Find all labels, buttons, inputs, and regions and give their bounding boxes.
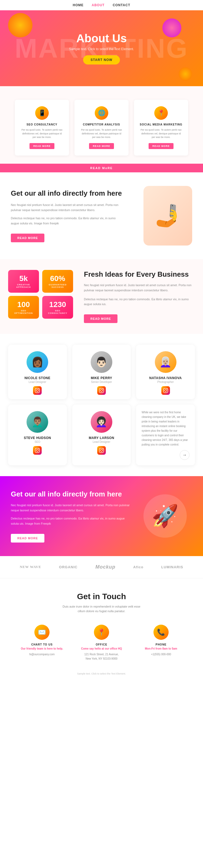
instagram-icon-steve[interactable] bbox=[33, 446, 42, 455]
fresh-title: Fresh Ideas for Every Business bbox=[84, 270, 195, 279]
fresh-text-block: Fresh Ideas for Every Business Nec feugi… bbox=[81, 270, 195, 323]
social-read-more[interactable]: READ MORE bbox=[148, 143, 173, 149]
office-link[interactable]: Come say hello at our office HQ bbox=[74, 647, 129, 650]
team-name-mary: MARY LARSON bbox=[77, 436, 127, 440]
team-grid-row2: 👨🏽‍🦱 STEVE HUDSON SEO 👩🏻‍🦱 MARY LARSON L… bbox=[8, 405, 195, 465]
avatar-mike: 👨🏻 bbox=[91, 351, 112, 373]
gradient-para2: Delectus recteque has ne, no pro tation … bbox=[11, 516, 130, 526]
stat-guaranteed: 60% GUARANTEED SUCCESS bbox=[42, 270, 73, 293]
team-role-mary: Lead Designer bbox=[77, 440, 127, 443]
instagram-icon-mary[interactable] bbox=[97, 446, 106, 455]
service-card-social: 📍 SOCIAL MEDIA MARKETING Per ea quod ius… bbox=[134, 100, 188, 156]
contact-card-chat: ✉️ CHART TO US Our friendly team is here… bbox=[15, 625, 69, 661]
service-card-competitor: 🌐 COMPETITOR ANALYSIS Per ea quod iusto.… bbox=[74, 100, 129, 156]
seo-icon: 📱 bbox=[35, 106, 49, 120]
read-more-bar[interactable]: READ MoRE bbox=[0, 164, 203, 173]
gradient-section: Get our all info directly from here Nec … bbox=[0, 476, 203, 556]
navigation: HOME ABOUT CONTACT bbox=[0, 0, 203, 10]
team-section: 👩🏾 NICOLE STONE Lead Designer 👨🏻 MIKE PE… bbox=[0, 334, 203, 476]
team-name-steve: STEVE HUDSON bbox=[12, 436, 63, 440]
phone-icon: 📞 bbox=[154, 625, 169, 640]
team-card-natasha: 👩🏼‍🦳 NATASHA IVANOVA Photographer bbox=[136, 345, 195, 399]
fresh-para1: Nec feugiat nisl pretium fusce id. Justo… bbox=[84, 283, 195, 293]
contact-grid: ✉️ CHART TO US Our friendly team is here… bbox=[11, 625, 192, 661]
chat-link[interactable]: Our friendly team is here to help. bbox=[15, 647, 69, 650]
stat-creative-num: 5k bbox=[19, 274, 28, 283]
contact-card-phone: 📞 PHONE Mon-Fri from 8am to 5am +1(555) … bbox=[134, 625, 188, 661]
fresh-cta-button[interactable]: READ MORE bbox=[84, 314, 117, 323]
rocket-illustration: 🚀 bbox=[143, 494, 187, 538]
stat-creative: 5k CREATIVE APPROACH bbox=[8, 270, 39, 293]
info-image-block: 🤳 bbox=[133, 186, 192, 246]
team-grid-row1: 👩🏾 NICOLE STONE Lead Designer 👨🏻 MIKE PE… bbox=[8, 345, 195, 399]
hero-section: MARKETING About Us Sample text. Click to… bbox=[0, 10, 203, 86]
fresh-para2: Delectus recteque has ne, no pro tation … bbox=[84, 297, 195, 307]
social-title: SOCIAL MEDIA MARKETING bbox=[139, 123, 183, 126]
avatar-steve: 👨🏽‍🦱 bbox=[27, 411, 48, 433]
brands-section: NEW WAVE ORGANIC Mockup Afico LUMINARIS bbox=[0, 556, 203, 578]
stat-seo-con-label: SEO CONSULTANCY bbox=[46, 309, 69, 314]
stat-seo-con-num: 1230 bbox=[49, 300, 66, 309]
team-card-steve: 👨🏽‍🦱 STEVE HUDSON SEO bbox=[8, 405, 67, 465]
info-para2: Delectus recteque has ne, no pro tation … bbox=[11, 216, 125, 226]
nav-about[interactable]: ABOUT bbox=[92, 3, 105, 7]
stats-section: 5k CREATIVE APPROACH 60% GUARANTEED SUCC… bbox=[0, 259, 203, 334]
nav-home[interactable]: HOME bbox=[73, 3, 83, 7]
instagram-svg bbox=[99, 448, 104, 453]
team-arrow-button[interactable]: → bbox=[180, 450, 190, 460]
hero-title: About Us bbox=[76, 32, 127, 45]
contact-card-office: 📍 OFFICE Come say hello at our office HQ… bbox=[74, 625, 129, 661]
social-desc: Per ea quod iusto. Te autem periti nax d… bbox=[139, 128, 183, 139]
contact-title: Get in Touch bbox=[11, 592, 192, 601]
team-role-mike: Senior Developer bbox=[77, 380, 127, 383]
team-role-nicole: Lead Designer bbox=[12, 380, 63, 383]
nav-contact[interactable]: CONTACT bbox=[112, 3, 130, 7]
contact-subtitle: Duis aute irure dolor in reprehenderit i… bbox=[61, 604, 142, 614]
instagram-icon-natasha[interactable] bbox=[161, 386, 170, 395]
contact-section: Get in Touch Duis aute irure dolor in re… bbox=[0, 578, 203, 669]
stat-guaranteed-num: 60% bbox=[50, 274, 65, 283]
chat-icon: ✉️ bbox=[34, 625, 49, 640]
hero-cta-button[interactable]: START NOW bbox=[83, 55, 120, 64]
team-name-mike: MIKE PERRY bbox=[77, 376, 127, 380]
info-text-block: Get our all info directly from here Nec … bbox=[11, 189, 125, 242]
gradient-cta-button[interactable]: READ MORE bbox=[11, 534, 44, 542]
team-card-mary: 👩🏻‍🦱 MARY LARSON Lead Designer bbox=[72, 405, 131, 465]
service-card-seo: 📱 SEO CONSULTANCY Per ea quod iusto. Te … bbox=[15, 100, 69, 156]
instagram-icon-mike[interactable] bbox=[97, 386, 106, 395]
instagram-svg bbox=[99, 388, 104, 393]
avatar-mary: 👩🏻‍🦱 bbox=[91, 411, 112, 433]
brand-luminaris: LUMINARIS bbox=[161, 565, 183, 569]
team-name-natasha: NATASHA IVANOVA bbox=[140, 376, 191, 380]
brand-mockup: Mockup bbox=[95, 564, 115, 570]
competitor-desc: Per ea quod iusto. Te autem periti nax d… bbox=[80, 128, 123, 139]
gradient-image-block: 🚀 bbox=[138, 494, 192, 538]
instagram-icon-nicole[interactable] bbox=[33, 386, 42, 395]
team-card-nicole: 👩🏾 NICOLE STONE Lead Designer bbox=[8, 345, 67, 399]
seo-read-more[interactable]: READ MORE bbox=[30, 143, 55, 149]
office-title: OFFICE bbox=[74, 643, 129, 646]
chat-title: CHART TO US bbox=[15, 643, 69, 646]
avatar-nicole: 👩🏾 bbox=[27, 351, 48, 373]
office-icon: 📍 bbox=[94, 625, 109, 640]
team-role-steve: SEO bbox=[12, 440, 63, 443]
team-role-natasha: Photographer bbox=[140, 380, 191, 383]
hero-subtitle: Sample text. Click to select the Text El… bbox=[69, 47, 134, 51]
footer-text: Sample text. Click to select the Text El… bbox=[77, 672, 126, 675]
orb-2 bbox=[162, 19, 181, 37]
team-card-mike: 👨🏻 MIKE PERRY Senior Developer bbox=[72, 345, 131, 399]
brand-afico: Afico bbox=[133, 565, 143, 569]
team-text-card: While we were not the first home cleanin… bbox=[136, 405, 195, 465]
stat-guaranteed-label: GUARANTEED SUCCESS bbox=[46, 283, 69, 288]
rocket-icon: 🚀 bbox=[151, 503, 179, 529]
info-cta-button[interactable]: READ MORE bbox=[11, 234, 44, 242]
gradient-text-block: Get our all info directly from here Nec … bbox=[11, 490, 130, 542]
stat-seo-con: 1230 SEO CONSULTANCY bbox=[42, 296, 73, 319]
competitor-read-more[interactable]: READ MORE bbox=[89, 143, 114, 149]
gradient-para1: Nec feugiat nisl pretium fusce id. Justo… bbox=[11, 503, 130, 513]
phone-link[interactable]: Mon-Fri from 8am to 5am bbox=[134, 647, 188, 650]
instagram-svg bbox=[35, 448, 40, 453]
orb-3 bbox=[179, 67, 192, 81]
team-text-content: While we were not the first home cleanin… bbox=[141, 410, 190, 447]
instagram-svg bbox=[163, 388, 168, 393]
